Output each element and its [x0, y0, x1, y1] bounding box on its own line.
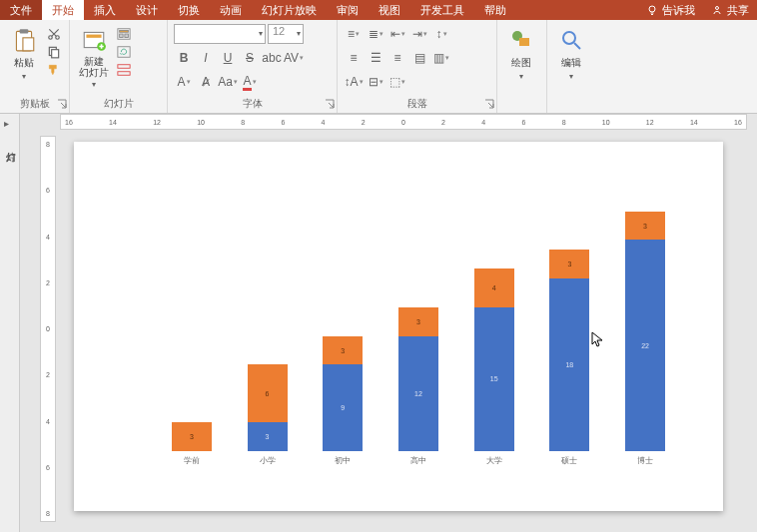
group-label-slides: 幻灯片 — [70, 97, 167, 113]
chevron-right-icon: ▸ — [4, 118, 9, 129]
tab-home[interactable]: 开始 — [42, 0, 84, 20]
svg-rect-4 — [23, 38, 34, 51]
svg-point-0 — [649, 6, 655, 12]
font-grow-button[interactable]: A — [174, 72, 194, 92]
shadow-button[interactable]: abc — [262, 48, 282, 68]
chevron-down-icon: ▾ — [22, 72, 26, 81]
tab-review[interactable]: 审阅 — [327, 0, 369, 20]
bar-segment: 9 — [323, 364, 363, 451]
slide-canvas[interactable]: 36339312415318322 学前小学初中高中大学硕士博士 — [74, 142, 723, 511]
x-axis-label: 高中 — [398, 451, 438, 471]
bar-segment: 18 — [549, 278, 589, 451]
tab-design[interactable]: 设计 — [126, 0, 168, 20]
bar-1[interactable]: 63 — [248, 364, 288, 451]
align-text-button[interactable]: ⊟ — [366, 72, 385, 92]
drawing-label: 绘图 — [511, 56, 531, 70]
numbering-button[interactable]: ≣ — [366, 24, 385, 44]
paste-button[interactable]: 粘贴 ▾ — [4, 22, 44, 81]
bar-segment: 12 — [398, 336, 438, 451]
horizontal-ruler: 1614121086420246810121416 — [60, 114, 747, 130]
group-label-font: 字体 — [168, 97, 337, 113]
chart-object[interactable]: 36339312415318322 学前小学初中高中大学硕士博士 — [154, 202, 683, 471]
chevron-down-icon: ▾ — [92, 80, 96, 89]
bar-0[interactable]: 3 — [172, 422, 212, 451]
columns-button[interactable]: ▥ — [431, 48, 451, 68]
svg-rect-16 — [118, 47, 130, 58]
svg-point-21 — [563, 32, 575, 44]
cut-button[interactable] — [46, 26, 62, 42]
dialog-launcher-icon[interactable] — [325, 99, 335, 109]
indent-inc-button[interactable]: ⇥ — [409, 24, 429, 44]
x-axis-label: 学前 — [172, 451, 212, 471]
svg-rect-8 — [52, 50, 59, 58]
copy-button[interactable] — [46, 44, 62, 60]
italic-button[interactable]: I — [196, 48, 216, 68]
justify-button[interactable]: ▤ — [409, 48, 429, 68]
clear-format-button[interactable]: A̷ — [196, 72, 216, 92]
dialog-launcher-icon[interactable] — [484, 99, 494, 109]
ribbon: 粘贴 ▾ 剪贴板 新建 幻灯片 ▾ — [0, 20, 757, 114]
bar-2[interactable]: 39 — [323, 336, 363, 451]
chevron-down-icon: ▾ — [569, 72, 573, 81]
font-color-button[interactable]: A — [240, 72, 260, 92]
tab-file[interactable]: 文件 — [0, 0, 42, 20]
bar-segment: 3 — [248, 422, 288, 451]
align-center-button[interactable]: ☰ — [366, 48, 385, 68]
share-label: 共享 — [727, 3, 749, 18]
bar-5[interactable]: 318 — [549, 250, 589, 451]
tab-transitions[interactable]: 切换 — [168, 0, 210, 20]
editing-button[interactable]: 编辑 ▾ — [551, 22, 591, 81]
share-icon — [711, 4, 723, 16]
bold-button[interactable]: B — [174, 48, 194, 68]
strikethrough-button[interactable]: S — [240, 48, 260, 68]
change-case-button[interactable]: Aa — [218, 72, 238, 92]
line-spacing-button[interactable]: ↕ — [431, 24, 451, 44]
align-right-button[interactable]: ≡ — [387, 48, 407, 68]
section-button[interactable] — [116, 62, 132, 78]
tab-help[interactable]: 帮助 — [474, 0, 516, 20]
bar-3[interactable]: 312 — [398, 307, 438, 451]
x-axis-label: 初中 — [323, 451, 363, 471]
paste-label: 粘贴 — [14, 56, 34, 70]
font-size-combo[interactable]: 12▾ — [268, 24, 304, 44]
bullets-button[interactable]: ≡ — [344, 24, 364, 44]
new-slide-button[interactable]: 新建 幻灯片 ▾ — [74, 22, 114, 89]
tab-slideshow[interactable]: 幻灯片放映 — [252, 0, 327, 20]
bar-segment: 3 — [172, 422, 212, 451]
tab-developer[interactable]: 开发工具 — [410, 0, 474, 20]
font-name-combo[interactable]: ▾ — [174, 24, 266, 44]
tell-me-button[interactable]: 告诉我 — [638, 0, 703, 20]
x-axis-label: 大学 — [474, 451, 514, 471]
bar-segment: 4 — [474, 268, 514, 306]
smartart-button[interactable]: ⬚ — [387, 72, 407, 92]
tell-me-label: 告诉我 — [662, 3, 695, 18]
underline-button[interactable]: U — [218, 48, 238, 68]
share-button[interactable]: 共享 — [703, 0, 757, 20]
bar-segment: 6 — [248, 364, 288, 422]
vertical-ruler: 864202468 — [40, 136, 56, 522]
x-axis-label: 博士 — [625, 451, 665, 471]
tab-animations[interactable]: 动画 — [210, 0, 252, 20]
drawing-button[interactable]: 绘图 ▾ — [501, 22, 541, 81]
group-label-clipboard: 剪贴板 — [0, 97, 69, 113]
format-painter-button[interactable] — [46, 62, 62, 78]
bar-4[interactable]: 415 — [474, 268, 514, 451]
align-left-button[interactable]: ≡ — [344, 48, 364, 68]
char-spacing-button[interactable]: AV — [284, 48, 304, 68]
bar-segment: 3 — [549, 250, 589, 278]
indent-dec-button[interactable]: ⇤ — [387, 24, 407, 44]
tab-view[interactable]: 视图 — [369, 0, 410, 20]
bar-segment: 3 — [323, 336, 363, 365]
bar-6[interactable]: 322 — [625, 212, 665, 451]
svg-point-1 — [716, 7, 719, 10]
text-direction-button[interactable]: ↕A — [344, 72, 364, 92]
shapes-icon — [507, 26, 535, 54]
reset-button[interactable] — [116, 44, 132, 60]
bar-segment: 3 — [625, 212, 665, 241]
dialog-launcher-icon[interactable] — [57, 99, 67, 109]
svg-rect-17 — [118, 65, 130, 69]
outline-pane-collapsed[interactable]: ▸ 幻灯片 — [0, 114, 20, 532]
bar-segment: 22 — [625, 240, 665, 451]
layout-button[interactable] — [116, 26, 132, 42]
tab-insert[interactable]: 插入 — [84, 0, 126, 20]
